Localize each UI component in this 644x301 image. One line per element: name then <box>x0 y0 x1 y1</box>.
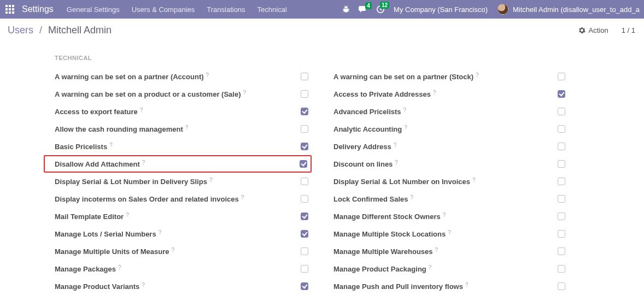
help-icon[interactable]: ? <box>395 160 398 166</box>
field-label: Access to export feature? <box>55 108 301 116</box>
help-icon[interactable]: ? <box>433 90 436 96</box>
field-label-text: Display Serial & Lot Number on Invoices <box>333 178 470 186</box>
help-icon[interactable]: ? <box>472 177 476 183</box>
field-label-text: Analytic Accounting <box>333 125 402 133</box>
nav-users-companies[interactable]: Users & Companies <box>132 5 195 14</box>
apps-icon[interactable] <box>5 5 14 14</box>
field-label-text: Discount on lines <box>333 160 393 168</box>
field-row: Mail Template Editor? <box>55 208 312 225</box>
field-row: Manage Different Stock Owners? <box>333 208 569 225</box>
company-selector[interactable]: My Company (San Francisco) <box>394 5 488 14</box>
field-label-text: Manage Push and Pull inventory flows <box>333 282 463 291</box>
help-icon[interactable]: ? <box>404 125 407 131</box>
help-icon[interactable]: ? <box>443 212 446 218</box>
checkbox[interactable] <box>300 160 307 168</box>
nav-technical[interactable]: Technical <box>257 5 287 14</box>
field-label: Access to Private Addresses? <box>333 90 558 98</box>
field-label: A warning can be set on a partner (Accou… <box>55 73 301 81</box>
help-icon[interactable]: ? <box>448 229 451 235</box>
messaging-badge: 4 <box>365 2 372 9</box>
help-icon[interactable]: ? <box>118 264 121 270</box>
checkbox[interactable] <box>558 265 565 273</box>
left-column: A warning can be set on a partner (Accou… <box>55 68 312 295</box>
field-row: Delivery Address? <box>333 138 569 155</box>
checkbox[interactable] <box>558 108 565 115</box>
field-label-text: Mail Template Editor <box>55 213 124 221</box>
help-icon[interactable]: ? <box>142 282 145 288</box>
checkbox[interactable] <box>558 160 565 168</box>
nav-translations[interactable]: Translations <box>207 5 245 14</box>
help-icon[interactable]: ? <box>429 264 432 270</box>
field-row: Disallow Add Attachment? <box>44 155 312 173</box>
breadcrumb-root[interactable]: Users <box>8 25 33 36</box>
help-icon[interactable]: ? <box>476 72 479 78</box>
checkbox[interactable] <box>301 143 308 150</box>
help-icon[interactable]: ? <box>465 282 469 288</box>
checkbox[interactable] <box>301 125 308 133</box>
field-label-text: A warning can be set on a partner (Accou… <box>55 73 204 81</box>
help-icon[interactable]: ? <box>411 194 414 200</box>
field-label-text: Manage Multiple Warehouses <box>333 247 433 256</box>
field-label: Analytic Accounting? <box>333 125 558 133</box>
field-row: A warning can be set on a partner (Accou… <box>55 68 312 85</box>
checkbox[interactable] <box>558 143 565 150</box>
field-label: Manage Multiple Warehouses? <box>333 247 558 256</box>
breadcrumb: Users / Mitchell Admin <box>8 25 112 36</box>
help-icon[interactable]: ? <box>159 229 162 235</box>
checkbox[interactable] <box>558 213 565 220</box>
field-label: Manage Packages? <box>55 265 301 273</box>
help-icon[interactable]: ? <box>209 177 213 183</box>
checkbox[interactable] <box>301 265 308 273</box>
breadcrumb-separator: / <box>39 25 42 36</box>
field-row: Manage Lots / Serial Numbers? <box>55 225 312 243</box>
field-row: Manage Product Variants? <box>55 278 312 295</box>
field-label-text: A warning can be set on a partner (Stock… <box>333 73 473 81</box>
nav-general-settings[interactable]: General Settings <box>67 5 120 14</box>
checkbox[interactable] <box>558 125 565 133</box>
field-label-text: Manage Multiple Units of Measure <box>55 247 169 256</box>
help-icon[interactable]: ? <box>171 247 174 253</box>
messaging-icon[interactable]: 4 <box>359 5 367 13</box>
field-label-text: Manage Packages <box>55 265 116 273</box>
checkbox[interactable] <box>558 282 565 290</box>
field-row: Manage Product Packaging? <box>333 260 569 278</box>
checkbox[interactable] <box>558 195 565 203</box>
checkbox[interactable] <box>301 178 308 185</box>
checkbox[interactable] <box>558 178 565 185</box>
help-icon[interactable]: ? <box>243 90 246 96</box>
user-menu[interactable]: Mitchell Admin (disallow_user_to_add_a <box>497 4 640 15</box>
field-row: Display incoterms on Sales Order and rel… <box>55 190 312 208</box>
checkbox[interactable] <box>558 73 565 80</box>
checkbox[interactable] <box>558 247 565 255</box>
checkbox[interactable] <box>558 230 565 238</box>
checkbox[interactable] <box>301 90 308 98</box>
checkbox[interactable] <box>301 213 308 220</box>
help-icon[interactable]: ? <box>109 142 113 148</box>
help-icon[interactable]: ? <box>435 247 438 253</box>
checkbox[interactable] <box>301 247 308 255</box>
checkbox[interactable] <box>301 73 308 80</box>
activities-icon[interactable]: 12 <box>376 5 385 14</box>
pager[interactable]: 1 / 1 <box>622 26 635 34</box>
field-row: Manage Multiple Units of Measure? <box>55 243 312 260</box>
field-label: Manage Product Variants? <box>55 282 301 291</box>
gear-icon <box>578 27 586 34</box>
help-icon[interactable]: ? <box>403 107 407 113</box>
top-navbar: Settings General Settings Users & Compan… <box>0 0 644 19</box>
help-icon[interactable]: ? <box>394 142 397 148</box>
app-title: Settings <box>22 4 54 14</box>
debug-icon[interactable] <box>342 5 350 13</box>
help-icon[interactable]: ? <box>142 160 145 166</box>
checkbox[interactable] <box>301 282 308 290</box>
checkbox[interactable] <box>301 195 308 203</box>
help-icon[interactable]: ? <box>206 72 209 78</box>
action-dropdown[interactable]: Action <box>578 26 608 34</box>
help-icon[interactable]: ? <box>241 194 244 200</box>
checkbox[interactable] <box>301 230 308 238</box>
checkbox[interactable] <box>558 90 565 98</box>
help-icon[interactable]: ? <box>126 212 129 218</box>
checkbox[interactable] <box>301 108 308 115</box>
help-icon[interactable]: ? <box>140 107 143 113</box>
help-icon[interactable]: ? <box>185 125 189 131</box>
field-row: Manage Multiple Warehouses? <box>333 243 569 260</box>
